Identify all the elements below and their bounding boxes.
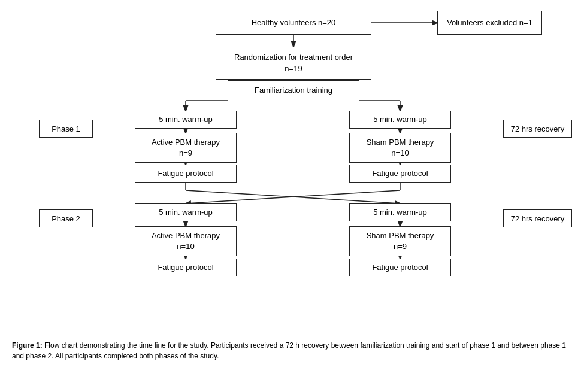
active-pbm-p2-box: Active PBM therapy n=10 [135,226,237,256]
volunteers-excluded-text: Volunteers excluded n=1 [447,17,532,28]
familiarization-box: Familiarization training [228,80,359,101]
warmup-right-p1-box: 5 min. warm-up [349,111,451,129]
volunteers-excluded-box: Volunteers excluded n=1 [437,11,542,35]
sham-pbm-p2-text: Sham PBM therapy n=9 [367,230,434,252]
recovery1-text: 72 hrs recovery [511,124,565,133]
fatigue-left-p2-box: Fatigue protocol [135,259,237,276]
diagram-container: Healthy volunteers n=20 Volunteers exclu… [0,0,587,365]
svg-line-15 [186,190,400,203]
svg-line-14 [186,190,400,203]
familiarization-text: Familiarization training [255,85,332,96]
recovery2-text: 72 hrs recovery [511,214,565,223]
fatigue-right-p1-text: Fatigue protocol [372,168,428,179]
sham-pbm-p1-box: Sham PBM therapy n=10 [349,133,451,163]
sham-pbm-p2-box: Sham PBM therapy n=9 [349,226,451,256]
active-pbm-p1-text: Active PBM therapy n=9 [152,137,220,159]
randomization-text: Randomization for treatment order n=19 [234,52,353,74]
active-pbm-p2-text: Active PBM therapy n=10 [152,230,220,252]
warmup-left-p2-box: 5 min. warm-up [135,203,237,221]
phase2-label: Phase 2 [39,209,93,227]
fatigue-right-p2-text: Fatigue protocol [372,262,428,273]
warmup-left-p2-text: 5 min. warm-up [159,207,213,218]
figure-caption-bold: Figure 1: [12,341,43,350]
warmup-left-p1-box: 5 min. warm-up [135,111,237,129]
fatigue-right-p2-box: Fatigue protocol [349,259,451,276]
recovery1-label: 72 hrs recovery [503,120,572,138]
phase1-label: Phase 1 [39,120,93,138]
warmup-right-p1-text: 5 min. warm-up [373,114,427,125]
fatigue-left-p1-box: Fatigue protocol [135,165,237,183]
healthy-volunteers-text: Healthy volunteers n=20 [252,17,336,28]
recovery2-label: 72 hrs recovery [503,209,572,227]
randomization-box: Randomization for treatment order n=19 [216,47,371,80]
figure-caption-text: Flow chart demonstrating the time line f… [12,341,566,360]
warmup-right-p2-text: 5 min. warm-up [373,207,427,218]
warmup-right-p2-box: 5 min. warm-up [349,203,451,221]
warmup-left-p1-text: 5 min. warm-up [159,114,213,125]
sham-pbm-p1-text: Sham PBM therapy n=10 [367,137,434,159]
active-pbm-p1-box: Active PBM therapy n=9 [135,133,237,163]
fatigue-left-p2-text: Fatigue protocol [158,262,213,273]
fatigue-right-p1-box: Fatigue protocol [349,165,451,183]
phase2-text: Phase 2 [52,214,80,223]
healthy-volunteers-box: Healthy volunteers n=20 [216,11,371,35]
phase1-text: Phase 1 [52,124,80,133]
fatigue-left-p1-text: Fatigue protocol [158,168,213,179]
figure-caption: Figure 1: Flow chart demonstrating the t… [0,336,587,365]
